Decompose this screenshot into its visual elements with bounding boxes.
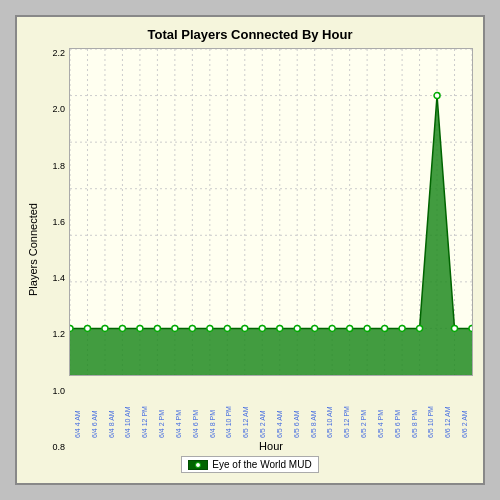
y-tick: 2.0 xyxy=(52,104,65,114)
chart-container: Total Players Connected By Hour Players … xyxy=(15,15,485,485)
x-label: 6/5 2 PM xyxy=(355,378,372,438)
svg-point-53 xyxy=(417,325,423,331)
svg-point-37 xyxy=(137,325,143,331)
x-label: 6/6 2 AM xyxy=(456,378,473,438)
legend-label: Eye of the World MUD xyxy=(212,459,311,470)
x-label: 6/5 12 PM xyxy=(338,378,355,438)
x-label: 6/5 12 AM xyxy=(237,378,254,438)
y-axis: 2.22.01.81.61.41.21.00.8 xyxy=(41,48,69,452)
x-label: 6/5 10 AM xyxy=(321,378,338,438)
x-label: 6/5 4 PM xyxy=(372,378,389,438)
svg-point-48 xyxy=(329,325,335,331)
y-tick: 1.4 xyxy=(52,273,65,283)
svg-point-51 xyxy=(382,325,388,331)
y-tick: 1.8 xyxy=(52,161,65,171)
y-tick: 1.0 xyxy=(52,386,65,396)
svg-point-47 xyxy=(312,325,318,331)
legend-color-box xyxy=(188,460,208,470)
x-label: 6/4 8 PM xyxy=(204,378,221,438)
legend-dot xyxy=(195,462,201,468)
chart-inner: Players Connected 2.22.01.81.61.41.21.00… xyxy=(27,48,473,452)
x-axis-labels: 6/4 4 AM6/4 6 AM6/4 8 AM6/4 10 AM6/4 12 … xyxy=(69,378,473,438)
chart-svg xyxy=(70,49,472,375)
x-axis-title: Hour xyxy=(69,440,473,452)
x-label: 6/4 8 AM xyxy=(103,378,120,438)
legend: Eye of the World MUD xyxy=(181,456,318,473)
svg-point-44 xyxy=(259,325,265,331)
svg-point-55 xyxy=(452,325,458,331)
x-label: 6/4 10 AM xyxy=(119,378,136,438)
x-label: 6/4 6 AM xyxy=(86,378,103,438)
plot-area-wrapper: 6/4 4 AM6/4 6 AM6/4 8 AM6/4 10 AM6/4 12 … xyxy=(69,48,473,452)
x-label: 6/5 8 PM xyxy=(406,378,423,438)
y-axis-label: Players Connected xyxy=(27,48,39,452)
x-label: 6/4 4 PM xyxy=(170,378,187,438)
svg-point-39 xyxy=(172,325,178,331)
svg-point-56 xyxy=(469,325,472,331)
y-tick: 1.2 xyxy=(52,329,65,339)
x-label: 6/5 8 AM xyxy=(305,378,322,438)
x-label: 6/4 12 PM xyxy=(136,378,153,438)
svg-point-46 xyxy=(294,325,300,331)
x-label: 6/6 12 AM xyxy=(439,378,456,438)
svg-point-52 xyxy=(399,325,405,331)
svg-point-41 xyxy=(207,325,213,331)
x-label: 6/4 2 PM xyxy=(153,378,170,438)
x-label: 6/5 6 PM xyxy=(389,378,406,438)
x-label: 6/5 10 PM xyxy=(422,378,439,438)
svg-point-49 xyxy=(347,325,353,331)
y-tick: 2.2 xyxy=(52,48,65,58)
plot-area xyxy=(69,48,473,376)
y-tick: 0.8 xyxy=(52,442,65,452)
svg-point-54 xyxy=(434,93,440,99)
x-label: 6/5 2 AM xyxy=(254,378,271,438)
svg-point-43 xyxy=(242,325,248,331)
svg-point-36 xyxy=(119,325,125,331)
svg-point-42 xyxy=(224,325,230,331)
x-label: 6/4 10 PM xyxy=(220,378,237,438)
svg-point-33 xyxy=(70,325,73,331)
x-label: 6/5 6 AM xyxy=(288,378,305,438)
svg-point-34 xyxy=(84,325,90,331)
svg-point-45 xyxy=(277,325,283,331)
svg-point-40 xyxy=(189,325,195,331)
y-tick: 1.6 xyxy=(52,217,65,227)
x-label: 6/4 4 AM xyxy=(69,378,86,438)
chart-title: Total Players Connected By Hour xyxy=(148,27,353,42)
svg-point-35 xyxy=(102,325,108,331)
svg-point-50 xyxy=(364,325,370,331)
x-label: 6/5 4 AM xyxy=(271,378,288,438)
svg-point-38 xyxy=(154,325,160,331)
x-label: 6/4 6 PM xyxy=(187,378,204,438)
